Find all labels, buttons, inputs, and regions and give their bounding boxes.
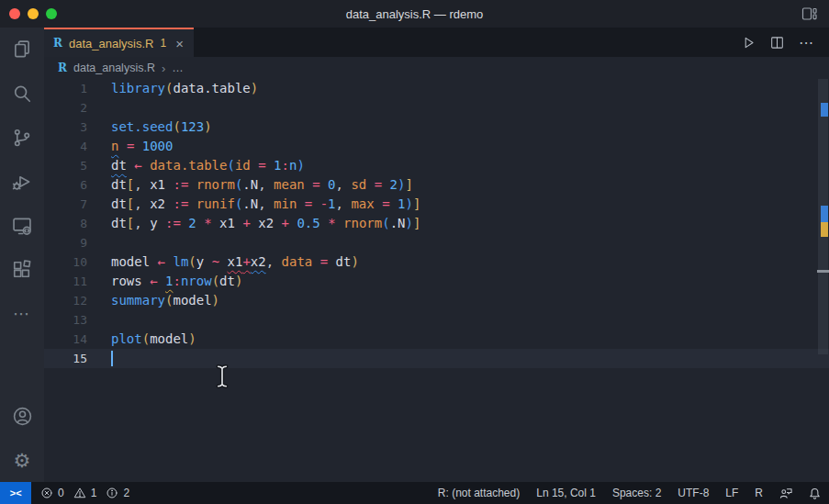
code-line-1[interactable]: 1library(data.table) (44, 79, 829, 98)
r-language-icon: R (58, 62, 67, 74)
status-cursor-position[interactable]: Ln 15, Col 1 (528, 487, 604, 499)
vscode-window: data_analysis.R — rdemo (0, 0, 829, 504)
code-line-10[interactable]: 10model ← lm(y ~ x1+x2, data = dt) (44, 252, 829, 272)
text-cursor (111, 351, 113, 366)
warning-count: 1 (91, 487, 97, 499)
overview-ruler-mark (821, 103, 828, 117)
source-control-icon[interactable] (0, 116, 44, 160)
close-window-button[interactable] (9, 8, 20, 19)
line-code: model ← lm(y ~ x1+x2, data = dt) (111, 252, 359, 272)
info-icon (106, 487, 118, 499)
line-number: 1 (44, 79, 87, 98)
line-code: n = 1000 (111, 137, 173, 156)
remote-explorer-icon[interactable] (0, 204, 44, 248)
more-actions-icon[interactable]: ⋯ (799, 34, 814, 51)
status-bar: >< 0 1 2 R: (not attached)Ln 15, (0, 482, 829, 504)
notifications-bell-icon[interactable] (801, 487, 829, 500)
problems-status[interactable]: 0 1 2 (31, 487, 143, 499)
extensions-icon[interactable] (0, 248, 44, 292)
code-line-15[interactable]: 15 (44, 349, 829, 368)
tab-data-analysis[interactable]: R data_analysis.R 1 × (44, 28, 194, 57)
traffic-lights (0, 8, 57, 19)
line-code: dt[, y := 2 * x1 + x2 + 0.5 * rnorm(.N)] (111, 214, 420, 233)
status-r-runtime[interactable]: R: (not attached) (430, 487, 528, 499)
run-and-debug-icon[interactable] (0, 160, 44, 204)
status-language-mode[interactable]: R (746, 487, 771, 499)
overview-ruler-mark (817, 270, 829, 273)
code-line-4[interactable]: 4n = 1000 (44, 137, 829, 156)
code-editor[interactable]: 1library(data.table)23set.seed(123)4n = … (44, 79, 829, 482)
editor-actions: ⋯ (742, 28, 829, 57)
line-number: 8 (44, 214, 87, 233)
line-number: 9 (44, 233, 87, 252)
error-count: 0 (58, 487, 64, 499)
run-file-icon[interactable] (742, 36, 756, 50)
settings-gear-icon[interactable]: ⚙ (0, 438, 44, 482)
line-code: set.seed(123) (111, 118, 212, 137)
more-views-icon[interactable]: ⋯ (0, 292, 44, 336)
code-line-5[interactable]: 5dt ← data.table(id = 1:n) (44, 156, 829, 175)
titlebar: data_analysis.R — rdemo (0, 0, 829, 28)
line-number: 11 (44, 272, 87, 291)
editor-group: R data_analysis.R 1 × (44, 28, 829, 482)
line-code: summary(model) (111, 291, 219, 310)
tab-title: data_analysis.R (69, 37, 154, 50)
code-line-14[interactable]: 14plot(model) (44, 330, 829, 349)
breadcrumb-symbol[interactable]: … (172, 62, 184, 74)
line-number: 3 (44, 118, 87, 137)
status-eol[interactable]: LF (717, 487, 746, 499)
code-line-6[interactable]: 6dt[, x1 := rnorm(.N, mean = 0, sd = 2)] (44, 175, 829, 195)
window-title: data_analysis.R — rdemo (0, 7, 829, 21)
search-icon[interactable] (0, 72, 44, 116)
activity-bar: ⋯ ⚙ (0, 28, 44, 482)
line-number: 10 (44, 252, 87, 272)
code-line-7[interactable]: 7dt[, x2 := runif(.N, min = -1, max = 1)… (44, 195, 829, 214)
line-number: 5 (44, 156, 87, 175)
customize-layout-icon[interactable] (801, 6, 817, 21)
line-number: 6 (44, 175, 87, 195)
overview-ruler-mark (821, 206, 828, 222)
feedback-icon[interactable] (771, 487, 801, 500)
tab-bar: R data_analysis.R 1 × (44, 28, 829, 57)
status-bar-right: R: (not attached)Ln 15, Col 1Spaces: 2UT… (430, 487, 829, 500)
code-line-12[interactable]: 12summary(model) (44, 291, 829, 310)
code-line-3[interactable]: 3set.seed(123) (44, 118, 829, 137)
line-number: 15 (44, 349, 87, 368)
remote-indicator[interactable]: >< (0, 482, 31, 504)
line-number: 14 (44, 330, 87, 349)
line-code: library(data.table) (111, 79, 258, 98)
breadcrumb-file[interactable]: data_analysis.R (73, 62, 155, 74)
line-code: dt[, x2 := runif(.N, min = -1, max = 1)] (111, 195, 420, 214)
r-language-icon: R (53, 37, 62, 50)
overview-ruler-mark (821, 222, 828, 237)
line-number: 4 (44, 137, 87, 156)
zoom-window-button[interactable] (46, 8, 57, 19)
main-area: ⋯ ⚙ R data_analysis.R 1 (0, 28, 829, 482)
info-count: 2 (123, 487, 129, 499)
code-line-8[interactable]: 8dt[, y := 2 * x1 + x2 + 0.5 * rnorm(.N)… (44, 214, 829, 233)
explorer-icon[interactable] (0, 28, 44, 72)
line-code: dt ← data.table(id = 1:n) (111, 156, 305, 175)
line-code: plot(model) (111, 330, 196, 349)
breadcrumb-separator-icon: › (162, 62, 165, 75)
code-line-11[interactable]: 11rows ← 1:nrow(dt) (44, 272, 829, 291)
warning-icon (73, 487, 86, 499)
status-indentation[interactable]: Spaces: 2 (604, 487, 669, 499)
line-number: 7 (44, 195, 87, 214)
line-number: 12 (44, 291, 87, 310)
status-encoding[interactable]: UTF-8 (669, 487, 717, 499)
code-line-9[interactable]: 9 (44, 233, 829, 252)
breadcrumb[interactable]: R data_analysis.R › … (44, 57, 829, 79)
error-icon (40, 487, 53, 499)
accounts-icon[interactable] (0, 394, 44, 438)
split-editor-icon[interactable] (770, 36, 784, 50)
line-number: 13 (44, 310, 87, 330)
code-line-2[interactable]: 2 (44, 98, 829, 118)
line-code: dt[, x1 := rnorm(.N, mean = 0, sd = 2)] (111, 175, 413, 195)
tab-close-icon[interactable]: × (175, 37, 184, 50)
tab-problems-badge: 1 (160, 37, 166, 50)
line-number: 2 (44, 98, 87, 118)
minimize-window-button[interactable] (28, 8, 39, 19)
line-code: rows ← 1:nrow(dt) (111, 272, 242, 291)
code-line-13[interactable]: 13 (44, 310, 829, 330)
